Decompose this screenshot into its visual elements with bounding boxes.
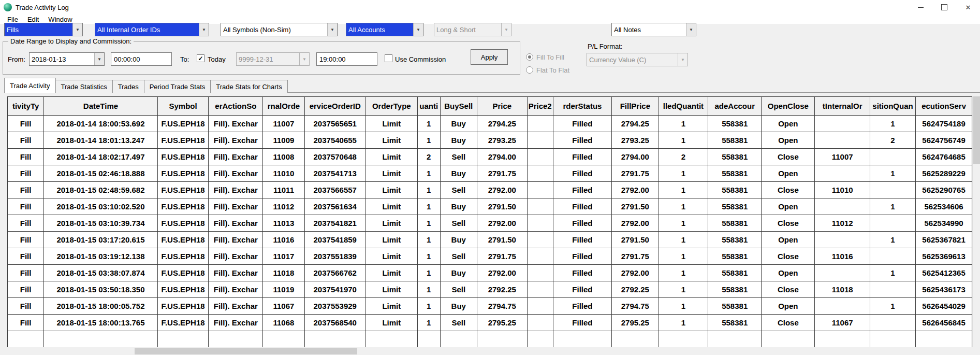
maximize-icon (941, 4, 947, 10)
cell (612, 331, 659, 348)
cell: 2018-01-15 02:48:59.682 (44, 182, 158, 198)
apply-button[interactable]: Apply (471, 49, 508, 65)
column-header[interactable]: OrderType (365, 97, 417, 116)
column-header[interactable]: DateTime (44, 97, 158, 116)
column-header[interactable]: rderStatus (553, 97, 611, 116)
menu-edit[interactable]: Edit (23, 16, 43, 23)
vertical-scrollbar[interactable] (972, 96, 980, 347)
column-header[interactable]: Price2 (527, 97, 553, 116)
column-header[interactable]: lledQuantit (659, 97, 708, 116)
notes-select[interactable]: All Notes ▼ (611, 23, 696, 36)
column-header[interactable]: ecutionServ (916, 97, 972, 116)
menu-window[interactable]: Window (43, 16, 77, 23)
chevron-down-icon[interactable]: ▼ (327, 23, 337, 36)
cell: Sell (440, 281, 477, 298)
chevron-down-icon[interactable]: ▼ (413, 23, 423, 36)
cell: Filled (553, 281, 611, 298)
notes-value: All Notes (612, 23, 686, 36)
table-row[interactable]: Fill2018-01-15 03:38:07.874F.US.EPH18Fil… (8, 265, 972, 281)
minimize-button[interactable] (909, 0, 932, 15)
chevron-down-icon[interactable]: ▼ (199, 23, 209, 36)
menu-file[interactable]: File (3, 16, 23, 23)
column-header[interactable]: tInternalOr (815, 97, 870, 116)
activity-type-select[interactable]: Fills ▼ (4, 23, 83, 36)
close-button[interactable]: ✕ (956, 0, 980, 15)
table-row[interactable]: Fill2018-01-15 03:19:12.138F.US.EPH18Fil… (8, 248, 972, 265)
today-checkbox[interactable]: ✓ (197, 54, 204, 62)
table-row[interactable]: Fill2018-01-15 02:48:59.682F.US.EPH18Fil… (8, 182, 972, 198)
cell: 11016 (815, 248, 870, 265)
cell: 1 (870, 198, 915, 215)
from-date-select[interactable]: 2018-01-13 ▼ (29, 52, 105, 66)
table-row[interactable]: Fill2018-01-15 03:17:20.615F.US.EPH18Fil… (8, 232, 972, 248)
cell: Filled (553, 248, 611, 265)
table-row[interactable]: Fill2018-01-14 18:02:17.497F.US.EPH18Fil… (8, 149, 972, 165)
maximize-button[interactable] (932, 0, 956, 15)
horizontal-scrollbar[interactable] (0, 347, 972, 355)
chevron-down-icon[interactable]: ▼ (686, 23, 696, 36)
tab-trade-statistics[interactable]: Trade Statistics (55, 80, 113, 93)
cell: Filled (553, 132, 611, 149)
table-row[interactable]: Fill2018-01-15 18:00:05.752F.US.EPH18Fil… (8, 298, 972, 315)
use-commission-checkbox[interactable] (385, 54, 392, 62)
cell: 2037553929 (304, 298, 365, 315)
cell: 5625367821 (916, 232, 972, 248)
column-header[interactable]: Symbol (157, 97, 209, 116)
long-short-select: Long & Short ▼ (434, 23, 511, 36)
minimize-icon (918, 7, 924, 8)
to-time-input[interactable] (316, 52, 377, 66)
flat-to-flat-label: Flat To Flat (536, 66, 569, 74)
cell: Fill). Exchar (209, 298, 263, 315)
cell (870, 149, 915, 165)
chevron-down-icon[interactable]: ▼ (72, 23, 82, 36)
tab-trades[interactable]: Trades (112, 80, 144, 93)
cell: F.US.EPH18 (157, 248, 209, 265)
table-row[interactable]: Fill2018-01-14 18:00:53.692F.US.EPH18Fil… (8, 116, 972, 132)
column-header[interactable]: BuySell (440, 97, 477, 116)
table-row[interactable]: Fill2018-01-15 03:50:18.350F.US.EPH18Fil… (8, 281, 972, 298)
cell: 558381 (708, 165, 762, 182)
chevron-down-icon[interactable]: ▼ (94, 53, 104, 65)
column-header[interactable]: FillPrice (612, 97, 659, 116)
horizontal-scrollbar-thumb[interactable] (135, 348, 357, 354)
column-header[interactable]: rnalOrde (263, 97, 304, 116)
tab-period-trade-stats[interactable]: Period Trade Stats (144, 80, 211, 93)
column-header[interactable]: tivityTy (8, 97, 44, 116)
table-row[interactable]: Fill2018-01-15 02:46:18.888F.US.EPH18Fil… (8, 165, 972, 182)
cell: 2792.00 (477, 215, 527, 232)
symbols-select[interactable]: All Symbols (Non-Sim) ▼ (221, 23, 338, 36)
internal-order-ids-select[interactable]: All Internal Order IDs ▼ (95, 23, 209, 36)
table-row[interactable]: Fill2018-01-14 18:01:13.247F.US.EPH18Fil… (8, 132, 972, 149)
cell: 2037540655 (304, 132, 365, 149)
cell: Fill (8, 248, 44, 265)
accounts-select[interactable]: All Accounts ▼ (346, 23, 423, 36)
cell: 558381 (708, 116, 762, 132)
cell: Filled (553, 149, 611, 165)
table-row[interactable] (8, 331, 972, 348)
table-row[interactable]: Fill2018-01-15 03:10:39.734F.US.EPH18Fil… (8, 215, 972, 232)
table-row[interactable]: Fill2018-01-15 03:10:02.520F.US.EPH18Fil… (8, 198, 972, 215)
cell: Limit (365, 182, 417, 198)
cell: 2795.25 (477, 315, 527, 331)
cell: 1 (417, 315, 440, 331)
column-header[interactable]: erviceOrderID (304, 97, 365, 116)
column-header[interactable]: adeAccour (708, 97, 762, 116)
column-header[interactable]: uanti (417, 97, 440, 116)
column-header[interactable]: erActionSo (209, 97, 263, 116)
cell: 1 (659, 182, 708, 198)
symbols-value: All Symbols (Non-Sim) (221, 23, 327, 36)
cell: Buy (440, 232, 477, 248)
cell: 1 (870, 116, 915, 132)
cell: 2018-01-15 03:50:18.350 (44, 281, 158, 298)
cell: 11007 (263, 116, 304, 132)
tab-trade-stats-for-charts[interactable]: Trade Stats for Charts (210, 80, 287, 93)
column-header[interactable]: Price (477, 97, 527, 116)
table-row[interactable]: Fill2018-01-15 18:00:13.765F.US.EPH18Fil… (8, 315, 972, 331)
column-header[interactable]: sitionQuan (870, 97, 915, 116)
vertical-scrollbar-thumb[interactable] (973, 96, 980, 164)
cell (815, 298, 870, 315)
tab-trade-activity[interactable]: Trade Activity (4, 78, 56, 93)
column-header[interactable]: OpenClose (762, 97, 815, 116)
cell: Limit (365, 248, 417, 265)
from-time-input[interactable] (111, 52, 172, 66)
